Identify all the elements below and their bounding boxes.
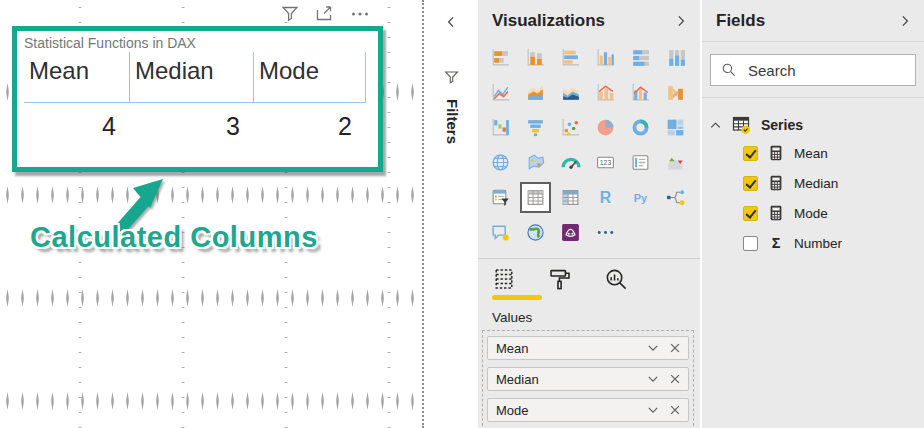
viz-icon-gauge[interactable] — [557, 149, 584, 176]
viz-icon-multi-row-card[interactable] — [627, 149, 654, 176]
remove-field-button[interactable] — [668, 372, 682, 386]
viz-icon-stacked-column-chart[interactable] — [522, 44, 549, 71]
viz-icon-line-clustered-column-chart[interactable] — [627, 79, 654, 106]
viz-icon-funnel-chart[interactable] — [522, 114, 549, 141]
field-row-mode[interactable]: Mode — [702, 198, 924, 228]
sigma-icon: Σ — [767, 234, 785, 252]
annotation-label: Calculated Columns — [30, 221, 318, 254]
report-canvas[interactable]: Statistical Functions in DAX MeanMedianM… — [0, 0, 424, 428]
field-checkbox[interactable] — [743, 236, 758, 251]
filters-funnel-icon — [443, 69, 460, 86]
viz-icon-stacked-area-chart[interactable] — [557, 79, 584, 106]
table-column-header[interactable]: Mean — [24, 52, 130, 103]
collapse-table-chevron-icon[interactable] — [709, 119, 722, 132]
table-column-header[interactable]: Median — [130, 52, 254, 103]
viz-icon-ribbon-chart[interactable] — [662, 79, 689, 106]
field-label[interactable]: Mode — [794, 206, 828, 221]
table-cell-value: 4 — [24, 103, 130, 141]
viz-icon-hundred-stacked-bar-chart[interactable] — [627, 44, 654, 71]
filters-rail-label[interactable]: Filters — [444, 99, 461, 144]
fields-search-box[interactable] — [710, 54, 916, 86]
remove-field-button[interactable] — [668, 403, 682, 417]
calculator-icon — [767, 174, 785, 192]
viz-icon-qa[interactable] — [487, 219, 514, 246]
viz-icon-power-apps[interactable] — [557, 219, 584, 246]
remove-field-button[interactable] — [668, 341, 682, 355]
tab-fields[interactable] — [492, 267, 516, 291]
field-label[interactable]: Number — [794, 236, 842, 251]
viz-icon-map[interactable] — [487, 149, 514, 176]
viz-icon-line-chart[interactable] — [487, 79, 514, 106]
value-field-pill[interactable]: Median — [487, 367, 689, 391]
viz-icon-waterfall-chart[interactable] — [487, 114, 514, 141]
visualizations-collapse-button[interactable] — [674, 14, 688, 28]
viz-icon-table[interactable] — [522, 184, 549, 211]
field-dropdown-chevron-icon[interactable] — [646, 341, 660, 355]
table-cell-value: 3 — [130, 103, 254, 141]
field-label[interactable]: Mean — [794, 146, 828, 161]
filters-expand-button[interactable] — [444, 15, 458, 29]
tab-analytics[interactable] — [604, 267, 628, 291]
viz-icon-r-script[interactable]: R — [592, 184, 619, 211]
visualization-type-grid: 123RPy — [483, 44, 700, 246]
field-row-mean[interactable]: Mean — [702, 138, 924, 168]
table-header-row: MeanMedianMode — [24, 52, 378, 103]
table-name-label[interactable]: Series — [761, 117, 803, 133]
svg-text:123: 123 — [600, 159, 612, 166]
table-checked-icon — [731, 115, 752, 135]
values-field-well[interactable]: MeanMedianMode — [482, 330, 694, 428]
fields-collapse-button[interactable] — [898, 14, 912, 28]
search-icon — [721, 62, 737, 78]
viz-icon-more-visuals[interactable] — [592, 219, 619, 246]
table-visual[interactable]: MeanMedianMode 432 — [24, 52, 378, 141]
viz-icon-hundred-stacked-column-chart[interactable] — [662, 44, 689, 71]
viz-icon-slicer[interactable] — [487, 184, 514, 211]
fields-pane-title: Fields — [716, 11, 765, 31]
viz-icon-clustered-column-chart[interactable] — [592, 44, 619, 71]
visual-filter-icon[interactable] — [280, 4, 300, 24]
field-row-median[interactable]: Median — [702, 168, 924, 198]
value-field-pill[interactable]: Mean — [487, 336, 689, 360]
viz-icon-donut-chart[interactable] — [627, 114, 654, 141]
visualizations-pane-title: Visualizations — [492, 11, 605, 31]
table-cell-value: 2 — [254, 103, 366, 141]
viz-icon-decomposition-tree[interactable] — [662, 184, 689, 211]
focus-mode-button[interactable] — [315, 4, 335, 24]
tab-format[interactable] — [548, 267, 572, 291]
fields-pane-divider — [702, 41, 924, 42]
viz-icon-line-stacked-column-chart[interactable] — [592, 79, 619, 106]
viz-icon-area-chart[interactable] — [522, 79, 549, 106]
fields-search-input[interactable] — [746, 61, 896, 80]
values-section-label: Values — [492, 310, 700, 325]
table-value-row: 432 — [24, 103, 378, 141]
field-checkbox[interactable] — [743, 206, 758, 221]
field-label[interactable]: Median — [794, 176, 838, 191]
viz-icon-kpi[interactable] — [662, 149, 689, 176]
field-dropdown-chevron-icon[interactable] — [646, 403, 660, 417]
table-column-header[interactable]: Mode — [254, 52, 366, 103]
field-row-number[interactable]: ΣNumber — [702, 228, 924, 258]
viz-pane-tabs — [478, 259, 700, 291]
field-checkbox[interactable] — [743, 146, 758, 161]
field-checkbox[interactable] — [743, 176, 758, 191]
svg-text:Py: Py — [634, 192, 648, 204]
table-node-series[interactable]: Series — [702, 112, 924, 138]
value-field-pill[interactable]: Mode — [487, 398, 689, 422]
viz-icon-card[interactable]: 123 — [592, 149, 619, 176]
value-field-label: Median — [496, 372, 539, 387]
value-field-label: Mean — [496, 341, 529, 356]
visual-more-options-button[interactable] — [350, 4, 370, 24]
viz-icon-scatter-chart[interactable] — [557, 114, 584, 141]
fields-pane: Fields Series MeanMedianModeΣNumber — [702, 0, 924, 428]
filters-rail: Filters — [426, 0, 478, 428]
viz-icon-filled-map[interactable] — [522, 149, 549, 176]
viz-icon-python-script[interactable]: Py — [627, 184, 654, 211]
viz-icon-matrix[interactable] — [557, 184, 584, 211]
viz-icon-arcgis-map[interactable] — [522, 219, 549, 246]
field-dropdown-chevron-icon[interactable] — [646, 372, 660, 386]
viz-icon-treemap[interactable] — [662, 114, 689, 141]
viz-icon-pie-chart[interactable] — [592, 114, 619, 141]
viz-icon-stacked-bar-chart[interactable] — [487, 44, 514, 71]
viz-icon-clustered-bar-chart[interactable] — [557, 44, 584, 71]
svg-text:R: R — [600, 189, 612, 206]
